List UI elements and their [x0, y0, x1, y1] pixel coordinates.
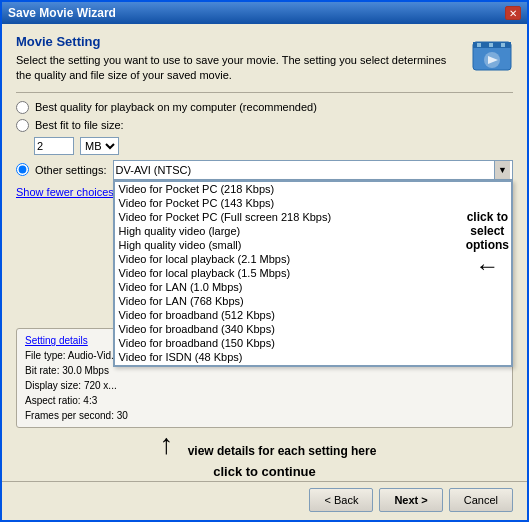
other-settings-row: Other settings: DV-AVI (NTSC) ▼ Video fo… [16, 160, 513, 180]
dropdown-item[interactable]: Video for broadband (340 Kbps) [115, 322, 511, 336]
best-quality-radio[interactable] [16, 101, 29, 114]
dropdown-item[interactable]: High quality video (large) [115, 224, 511, 238]
header-description: Select the setting you want to use to sa… [16, 53, 461, 84]
display-size-text: Display size: 720 x... [25, 380, 117, 391]
best-fit-label: Best fit to file size: [35, 119, 124, 131]
titlebar: Save Movie Wizard ✕ [2, 2, 527, 24]
header-section: Movie Setting Select the setting you wan… [16, 34, 513, 84]
combo-wrapper: DV-AVI (NTSC) ▼ Video for Pocket PC (218… [113, 160, 513, 180]
window-title: Save Movie Wizard [8, 6, 116, 20]
header-text: Movie Setting Select the setting you wan… [16, 34, 461, 84]
svg-rect-6 [501, 43, 505, 47]
dropdown-list[interactable]: Video for Pocket PC (218 Kbps)Video for … [114, 181, 512, 366]
settings-combo[interactable]: DV-AVI (NTSC) ▼ [113, 160, 513, 180]
dropdown-item[interactable]: Video for LAN (1.0 Mbps) [115, 280, 511, 294]
settings-combo-text: DV-AVI (NTSC) [116, 164, 192, 176]
dropdown-item[interactable]: Video for broadband (150 Kbps) [115, 336, 511, 350]
dropdown-item[interactable]: Video for Pocket PC (143 Kbps) [115, 196, 511, 210]
other-settings-radio[interactable] [16, 163, 29, 176]
show-fewer-link[interactable]: Show fewer choices | [16, 186, 120, 198]
dropdown-item[interactable]: Video for broadband (512 Kbps) [115, 308, 511, 322]
file-size-input[interactable] [34, 137, 74, 155]
dropdown-item[interactable]: Video for LAN (768 Kbps) [115, 294, 511, 308]
main-content: Movie Setting Select the setting you wan… [2, 24, 527, 328]
cancel-button[interactable]: Cancel [449, 488, 513, 512]
setting-details-link[interactable]: Setting details [25, 335, 88, 346]
combo-dropdown-arrow[interactable]: ▼ [494, 161, 510, 179]
movie-icon [471, 34, 513, 76]
best-quality-row: Best quality for playback on my computer… [16, 101, 513, 114]
up-arrow-icon: ← [151, 432, 183, 460]
header-title: Movie Setting [16, 34, 461, 49]
dropdown-item[interactable]: Video for Pocket PC (218 Kbps) [115, 182, 511, 196]
best-quality-label: Best quality for playback on my computer… [35, 101, 317, 113]
arrow-annotation-row: ← view details for each setting here [16, 430, 513, 462]
dropdown-container: Video for Pocket PC (218 Kbps)Video for … [113, 180, 513, 367]
dropdown-item[interactable]: Video for ISDN (48 Kbps) [115, 350, 511, 364]
dropdown-item[interactable]: Video for Pocket PC (Full screen 218 Kbp… [115, 210, 511, 224]
dropdown-item[interactable]: High quality video (small) [115, 238, 511, 252]
back-button[interactable]: < Back [309, 488, 373, 512]
frames-text: Frames per second: 30 [25, 410, 128, 421]
file-type-text: File type: Audio-Vid... [25, 350, 119, 361]
svg-rect-4 [477, 43, 481, 47]
save-movie-wizard-window: Save Movie Wizard ✕ Movie Setting Select… [0, 0, 529, 522]
dropdown-item[interactable]: Video for local playback (1.5 Mbps) [115, 266, 511, 280]
best-fit-row: Best fit to file size: [16, 119, 513, 132]
close-button[interactable]: ✕ [505, 6, 521, 20]
view-details-annotation: view details for each setting here [188, 444, 377, 458]
click-continue-annotation: click to continue [2, 462, 527, 481]
mb-select[interactable]: MB [80, 137, 119, 155]
aspect-ratio-text: Aspect ratio: 4:3 [25, 395, 97, 406]
other-settings-label: Other settings: [35, 164, 107, 176]
bit-rate-text: Bit rate: 30.0 Mbps [25, 365, 109, 376]
dropdown-item[interactable]: Video for local playback (2.1 Mbps) [115, 252, 511, 266]
file-size-row: MB [34, 137, 513, 155]
footer: < Back Next > Cancel [2, 481, 527, 520]
dropdown-item[interactable]: Video for dial-up access (38 Kbps) [115, 364, 511, 366]
divider [16, 92, 513, 93]
svg-rect-5 [489, 43, 493, 47]
next-button[interactable]: Next > [379, 488, 442, 512]
radio-group: Best quality for playback on my computer… [16, 101, 513, 180]
best-fit-radio[interactable] [16, 119, 29, 132]
